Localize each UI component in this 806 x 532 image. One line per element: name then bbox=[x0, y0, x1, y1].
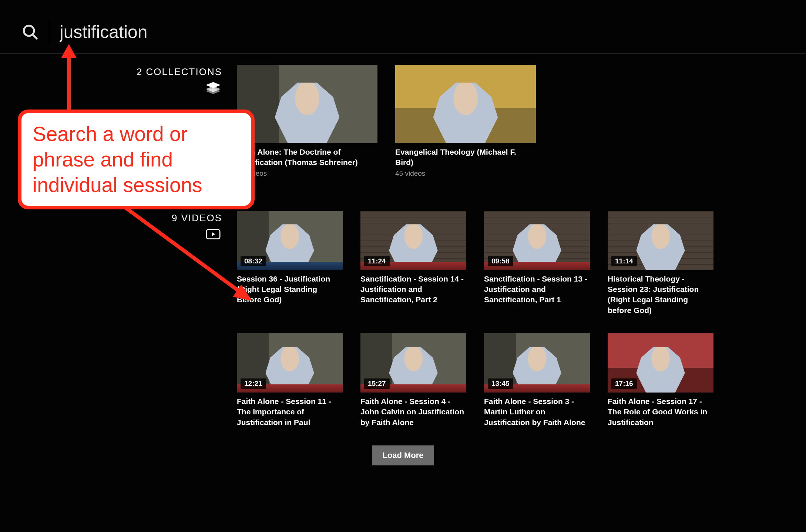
duration-badge: 09:58 bbox=[488, 256, 513, 266]
video-title: Sanctification - Session 13 - Justificat… bbox=[484, 274, 590, 305]
video-thumbnail: 12:21 bbox=[237, 333, 343, 393]
collection-subtitle: 45 videos bbox=[395, 169, 536, 178]
videos-count: 9 VIDEOS bbox=[0, 212, 222, 224]
search-bar bbox=[0, 0, 806, 54]
duration-badge: 12:21 bbox=[241, 378, 266, 389]
videos-label: 9 VIDEOS bbox=[0, 211, 237, 428]
collection-card[interactable]: Evangelical Theology (Michael F. Bird)45… bbox=[395, 65, 536, 178]
video-title: Faith Alone - Session 11 - The Importanc… bbox=[237, 396, 343, 428]
video-title: Sanctification - Session 14 - Justificat… bbox=[360, 274, 466, 305]
video-thumbnail: 11:14 bbox=[608, 211, 713, 270]
video-card[interactable]: 17:16Faith Alone - Session 17 - The Role… bbox=[608, 333, 713, 428]
video-title: Faith Alone - Session 3 - Martin Luther … bbox=[484, 396, 590, 428]
search-divider bbox=[49, 21, 49, 43]
search-results-panel: 2 COLLECTIONS Faith Alone: The Doctrine … bbox=[0, 0, 806, 465]
annotation-text: Search a word or phrase and find individ… bbox=[33, 122, 202, 196]
duration-badge: 13:45 bbox=[488, 378, 513, 389]
video-card[interactable]: 09:58Sanctification - Session 13 - Justi… bbox=[484, 211, 590, 316]
video-title: Session 36 - Justification (Right Legal … bbox=[237, 274, 343, 305]
collections-grid: Faith Alone: The Doctrine of Justificati… bbox=[237, 65, 806, 178]
video-thumbnail: 09:58 bbox=[484, 211, 590, 270]
video-card[interactable]: 11:24Sanctification - Session 14 - Justi… bbox=[360, 211, 466, 316]
video-card[interactable]: 15:27Faith Alone - Session 4 - John Calv… bbox=[360, 333, 466, 428]
load-more-button[interactable]: Load More bbox=[372, 445, 434, 465]
video-thumbnail: 11:24 bbox=[360, 211, 466, 270]
video-thumbnail: 15:27 bbox=[360, 333, 466, 393]
videos-section: 9 VIDEOS 08:32Session 36 - Justification… bbox=[0, 200, 806, 428]
collection-card[interactable]: Faith Alone: The Doctrine of Justificati… bbox=[237, 65, 377, 178]
collection-thumbnail bbox=[395, 65, 536, 143]
collection-thumbnail bbox=[237, 65, 377, 143]
duration-badge: 08:32 bbox=[241, 256, 266, 266]
video-title: Faith Alone - Session 17 - The Role of G… bbox=[608, 396, 713, 428]
videos-icon bbox=[0, 228, 222, 241]
videos-grid: 08:32Session 36 - Justification (Right L… bbox=[237, 211, 806, 428]
search-input[interactable] bbox=[60, 22, 282, 42]
video-title: Faith Alone - Session 4 - John Calvin on… bbox=[360, 396, 466, 428]
collections-icon bbox=[0, 81, 222, 95]
collection-subtitle: 21 videos bbox=[237, 169, 377, 178]
svg-line-1 bbox=[33, 34, 37, 38]
video-card[interactable]: 13:45Faith Alone - Session 3 - Martin Lu… bbox=[484, 333, 590, 428]
collections-count: 2 COLLECTIONS bbox=[0, 66, 222, 78]
search-icon[interactable] bbox=[21, 23, 38, 40]
video-thumbnail: 13:45 bbox=[484, 333, 590, 393]
video-card[interactable]: 12:21Faith Alone - Session 11 - The Impo… bbox=[237, 333, 343, 428]
duration-badge: 15:27 bbox=[364, 378, 390, 389]
video-thumbnail: 17:16 bbox=[608, 333, 713, 393]
duration-badge: 11:24 bbox=[364, 256, 390, 266]
duration-badge: 11:14 bbox=[611, 256, 637, 266]
collection-title: Evangelical Theology (Michael F. Bird) bbox=[395, 147, 536, 168]
annotation-callout: Search a word or phrase and find individ… bbox=[18, 110, 255, 209]
duration-badge: 17:16 bbox=[611, 378, 637, 389]
load-more-row: Load More bbox=[0, 445, 806, 465]
collection-title: Faith Alone: The Doctrine of Justificati… bbox=[237, 147, 377, 168]
video-card[interactable]: 08:32Session 36 - Justification (Right L… bbox=[237, 211, 343, 316]
svg-marker-6 bbox=[212, 232, 215, 236]
video-card[interactable]: 11:14Historical Theology - Session 23: J… bbox=[608, 211, 713, 316]
video-title: Historical Theology - Session 23: Justif… bbox=[608, 274, 713, 316]
video-thumbnail: 08:32 bbox=[237, 211, 343, 270]
